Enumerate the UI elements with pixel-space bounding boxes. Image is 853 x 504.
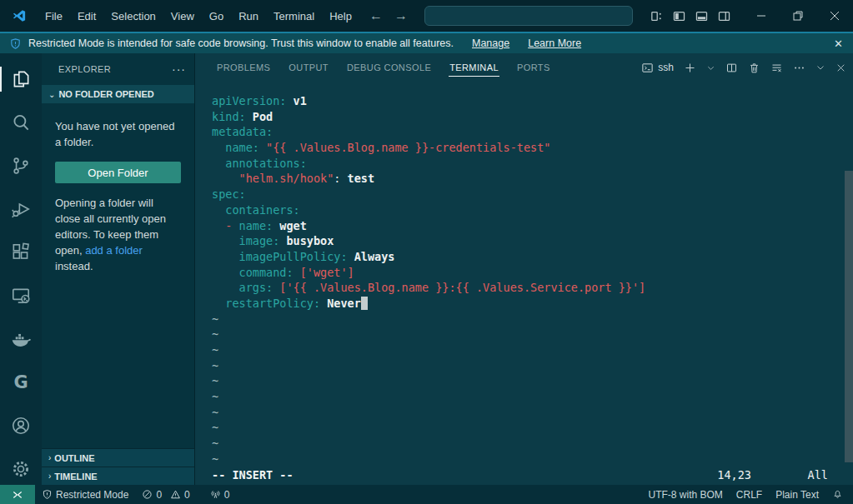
remote-icon <box>12 489 23 501</box>
language-status[interactable]: Plain Text <box>769 485 825 504</box>
toggle-sidebar-icon[interactable] <box>672 9 686 23</box>
vscode-logo-icon <box>12 8 27 23</box>
history-forward-icon[interactable]: → <box>394 8 408 23</box>
menu-help[interactable]: Help <box>322 7 359 26</box>
terminal-empty-line: ~ <box>212 358 841 374</box>
terminal-line: name: "{{ .Values.Blog.name }}-credentia… <box>212 140 841 156</box>
menu-run[interactable]: Run <box>231 7 266 26</box>
vscode-window: File Edit Selection View Go Run Terminal… <box>0 0 853 504</box>
problems-status[interactable]: 0 0 <box>135 485 196 504</box>
restricted-mode-status[interactable]: Restricted Mode <box>35 485 135 504</box>
chevron-down-icon: ⌄ <box>48 90 55 99</box>
settings-gear-icon[interactable] <box>0 453 42 485</box>
toggle-panel-icon[interactable] <box>695 9 709 23</box>
customize-layout-icon[interactable] <box>650 9 664 23</box>
terminal-line: metadata: <box>212 124 841 140</box>
g-extension-icon[interactable]: G <box>0 367 42 398</box>
tab-problems[interactable]: PROBLEMS <box>216 59 271 76</box>
chevron-right-icon: › <box>48 472 51 481</box>
command-center-search-input[interactable] <box>424 6 633 26</box>
tab-ports[interactable]: PORTS <box>516 59 551 76</box>
hide-panel-chevron-icon[interactable] <box>815 62 825 72</box>
menu-file[interactable]: File <box>38 7 70 26</box>
remote-explorer-icon[interactable] <box>0 280 42 312</box>
history-back-icon[interactable]: ← <box>369 8 383 23</box>
source-control-icon[interactable] <box>0 150 42 182</box>
close-panel-icon[interactable] <box>835 62 846 73</box>
terminal-line: - name: wget <box>212 218 841 234</box>
terminal-empty-line: ~ <box>212 436 841 452</box>
accounts-icon[interactable] <box>0 410 42 442</box>
terminal-line: restartPolicy: Never <box>212 296 841 312</box>
sidebar-title: EXPLORER <box>58 64 111 74</box>
manage-link[interactable]: Manage <box>472 37 509 49</box>
vim-status-line: -- INSERT --14,23All <box>212 467 841 483</box>
minimize-button[interactable] <box>743 0 780 32</box>
titlebar: File Edit Selection View Go Run Terminal… <box>0 0 853 32</box>
open-folder-button[interactable]: Open Folder <box>55 162 181 183</box>
terminal-profile-item[interactable]: ssh <box>641 62 674 74</box>
error-icon <box>142 489 153 500</box>
tab-terminal[interactable]: TERMINAL <box>449 59 499 77</box>
split-terminal-icon[interactable] <box>725 62 738 74</box>
terminal-buffer[interactable]: apiVersion: v1kind: Podmetadata: name: "… <box>195 82 853 485</box>
terminal-empty-line: ~ <box>212 389 841 405</box>
docker-icon[interactable] <box>0 323 42 355</box>
add-folder-link[interactable]: add a folder <box>85 244 143 257</box>
bottom-panel: PROBLEMS OUTPUT DEBUG CONSOLE TERMINAL P… <box>194 53 853 485</box>
eol-status[interactable]: CRLF <box>730 485 769 504</box>
more-actions-icon[interactable] <box>793 62 805 74</box>
terminal-line: "helm.sh/hook": test <box>212 171 841 187</box>
encoding-status[interactable]: UTF-8 with BOM <box>642 485 730 504</box>
terminal-line: image: busybox <box>212 233 841 249</box>
terminal-line: apiVersion: v1 <box>212 93 841 109</box>
terminal-empty-line: ~ <box>212 405 841 421</box>
radio-tower-icon <box>210 489 221 500</box>
terminal-line: imagePullPolicy: Always <box>212 249 841 265</box>
menu-edit[interactable]: Edit <box>70 7 103 26</box>
explorer-sidebar: EXPLORER ··· ⌄ NO FOLDER OPENED You have… <box>42 53 194 485</box>
toggle-secondary-sidebar-icon[interactable] <box>717 9 731 23</box>
restore-button[interactable] <box>780 0 816 32</box>
terminal-profile-icon <box>641 62 654 74</box>
menu-terminal[interactable]: Terminal <box>266 7 322 26</box>
empty-folder-text: You have not yet opened a folder. <box>55 118 181 150</box>
kill-terminal-icon[interactable] <box>748 62 760 74</box>
terminal-line: containers: <box>212 202 841 218</box>
terminal-scrollbar[interactable] <box>845 171 853 462</box>
sidebar-more-actions-icon[interactable]: ··· <box>172 62 186 76</box>
terminal-empty-line: ~ <box>212 373 841 389</box>
outline-section[interactable]: › OUTLINE <box>42 448 194 467</box>
learn-more-link[interactable]: Learn More <box>528 37 581 49</box>
chevron-right-icon: › <box>48 453 51 462</box>
open-folder-hint: Opening a folder will close all currentl… <box>55 195 181 274</box>
terminal-empty-line: ~ <box>212 420 841 436</box>
status-bar: Restricted Mode 0 0 0 UTF-8 with BOM <box>0 485 853 504</box>
notifications-bell[interactable] <box>825 485 853 504</box>
remote-indicator[interactable] <box>0 485 35 504</box>
extensions-icon[interactable] <box>0 237 42 268</box>
terminal-line: kind: Pod <box>212 109 841 125</box>
close-window-button[interactable] <box>816 0 853 32</box>
search-icon[interactable] <box>0 107 42 138</box>
shield-icon <box>9 37 22 50</box>
tab-debug-console[interactable]: DEBUG CONSOLE <box>346 59 432 76</box>
banner-close-icon[interactable]: ✕ <box>834 37 843 50</box>
restricted-mode-banner: Restricted Mode is intended for safe cod… <box>0 32 853 53</box>
vim-cursor-position: 14,23 <box>717 467 751 483</box>
new-terminal-icon[interactable] <box>684 62 696 74</box>
clear-terminal-icon[interactable] <box>770 62 783 74</box>
menu-go[interactable]: Go <box>202 7 231 26</box>
run-and-debug-icon[interactable] <box>0 193 42 225</box>
tab-output[interactable]: OUTPUT <box>288 59 329 76</box>
terminal-empty-line: ~ <box>212 327 841 342</box>
ports-status[interactable]: 0 <box>203 485 237 504</box>
vim-mode: -- INSERT -- <box>212 468 294 482</box>
no-folder-opened-section[interactable]: ⌄ NO FOLDER OPENED <box>42 85 194 103</box>
timeline-section[interactable]: › TIMELINE <box>42 467 194 485</box>
explorer-icon[interactable] <box>0 63 42 95</box>
menu-view[interactable]: View <box>163 7 202 26</box>
launch-profile-chevron-icon[interactable] <box>706 63 715 72</box>
warning-icon <box>170 489 181 500</box>
menu-selection[interactable]: Selection <box>103 7 163 26</box>
